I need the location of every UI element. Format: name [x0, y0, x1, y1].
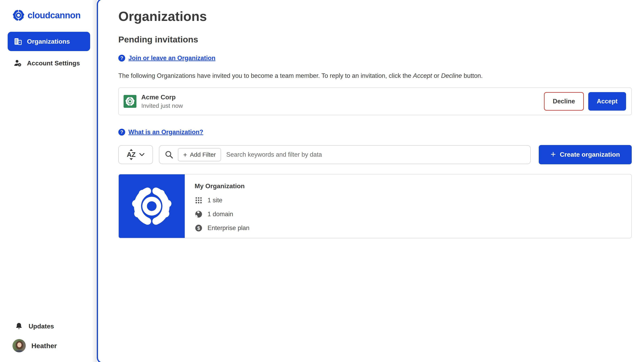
plus-icon: + — [183, 151, 187, 158]
page-title: Organizations — [118, 9, 633, 24]
globe-icon — [194, 210, 203, 218]
chevron-down-icon — [139, 153, 144, 156]
user-menu[interactable]: Heather — [12, 339, 57, 352]
person-gear-icon — [14, 59, 22, 67]
help-icon: ? — [118, 55, 125, 61]
dollar-icon: $ — [194, 224, 203, 232]
create-organization-label: Create organization — [560, 151, 620, 158]
intro-segment: The following Organizations have invited… — [118, 72, 413, 79]
filter-toolbar: AZ + Add Filter — [118, 145, 632, 164]
what-is-organization-link-text[interactable]: What is an Organization? — [128, 128, 203, 136]
brand-name: cloudcannon — [28, 10, 80, 20]
invitation-info: Acme Corp Invited just now — [141, 93, 183, 109]
invitations-intro-text: The following Organizations have invited… — [118, 72, 633, 79]
plan-name: Enterprise plan — [208, 224, 250, 232]
organization-meta: 1 site 1 domain — [194, 196, 250, 232]
bell-icon — [15, 322, 23, 330]
sites-count: 1 site — [208, 197, 222, 204]
acme-corp-logo — [124, 95, 136, 108]
organization-card[interactable]: My Organization 1 site — [118, 174, 632, 238]
cloudcannon-mark-icon — [131, 185, 173, 227]
help-icon: ? — [118, 129, 125, 136]
organization-name: My Organization — [194, 182, 250, 190]
organization-info: My Organization 1 site — [185, 174, 250, 238]
app-screen: cloudcannon Organizations — [0, 0, 644, 362]
updates-button[interactable]: Updates — [12, 322, 57, 330]
intro-segment: or — [432, 72, 441, 79]
decline-button[interactable]: Decline — [544, 92, 584, 111]
create-organization-button[interactable]: + Create organization — [539, 145, 632, 164]
join-or-leave-link[interactable]: ? Join or leave an Organization — [118, 54, 215, 62]
building-icon — [14, 37, 22, 46]
organization-cover — [119, 174, 185, 238]
brand-logo[interactable]: cloudcannon — [12, 9, 80, 21]
updates-label: Updates — [28, 323, 54, 330]
sidebar-item-organizations[interactable]: Organizations — [8, 32, 90, 51]
accept-button[interactable]: Accept — [588, 92, 626, 111]
intro-segment: button. — [462, 72, 482, 79]
avatar — [12, 339, 26, 352]
invitation-card: Acme Corp Invited just now Decline Accep… — [118, 87, 632, 115]
sidebar-bottom: Updates Heather — [12, 322, 57, 352]
plus-icon: + — [550, 150, 556, 159]
add-filter-label: Add Filter — [190, 151, 216, 158]
sidebar-item-label: Organizations — [27, 38, 70, 45]
sort-az-icon: AZ — [127, 149, 136, 160]
invitation-org-name: Acme Corp — [141, 93, 183, 101]
domains-row: 1 domain — [194, 210, 250, 218]
search-icon — [164, 150, 174, 159]
search-bar: + Add Filter — [159, 145, 531, 164]
sidebar: cloudcannon Organizations — [0, 0, 97, 362]
sort-az-label: AZ — [127, 151, 136, 158]
intro-decline-word: Decline — [441, 72, 462, 79]
domains-count: 1 domain — [208, 211, 233, 218]
pending-invitations-heading: Pending invitations — [118, 34, 633, 44]
search-input[interactable] — [226, 151, 526, 158]
cloudcannon-logo-icon — [12, 9, 24, 21]
join-or-leave-link-text[interactable]: Join or leave an Organization — [128, 54, 215, 62]
main-panel: Organizations Pending invitations ? Join… — [97, 0, 644, 362]
sidebar-nav: Organizations Account Settings — [8, 32, 90, 73]
invitation-time: Invited just now — [141, 102, 183, 109]
sidebar-item-account-settings[interactable]: Account Settings — [8, 53, 90, 73]
svg-text:$: $ — [197, 225, 200, 231]
invitation-actions: Decline Accept — [544, 92, 626, 111]
sidebar-item-label: Account Settings — [27, 59, 80, 67]
sites-row: 1 site — [194, 196, 250, 204]
intro-accept-word: Accept — [413, 72, 432, 79]
cloudcannon-mark-icon — [125, 96, 135, 106]
plan-row: $ Enterprise plan — [194, 224, 250, 232]
sort-dropdown[interactable]: AZ — [118, 145, 153, 164]
user-name: Heather — [32, 342, 57, 350]
main-content: Organizations Pending invitations ? Join… — [98, 0, 633, 238]
what-is-organization-link[interactable]: ? What is an Organization? — [118, 128, 203, 136]
add-filter-button[interactable]: + Add Filter — [178, 148, 221, 161]
sites-grid-icon — [194, 196, 203, 204]
